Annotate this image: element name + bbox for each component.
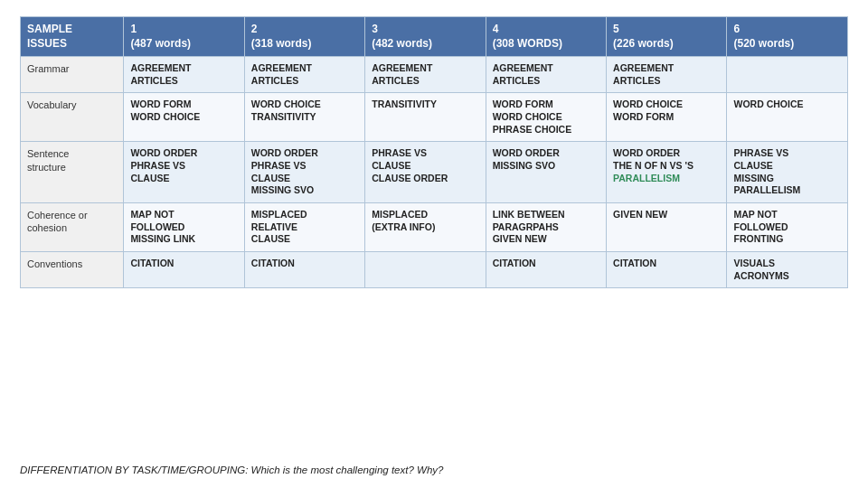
data-cell-r1-c1: WORD CHOICETRANSITIVITY: [244, 93, 364, 142]
data-cell-r2-c1: WORD ORDERPHRASE VSCLAUSEMISSING SVO: [244, 142, 364, 203]
data-cell-r4-c5: VISUALSACRONYMS: [727, 251, 848, 287]
data-cell-r3-c3: LINK BETWEENPARAGRPAHSGIVEN NEW: [486, 202, 606, 251]
header-cell-col5: 5(226 words): [607, 17, 727, 57]
data-cell-r2-c3: WORD ORDERMISSING SVO: [486, 142, 606, 203]
data-cell-r0-c3: AGREEMENTARTICLES: [486, 57, 606, 93]
data-cell-r1-c0: WORD FORMWORD CHOICE: [124, 93, 244, 142]
header-cell-col6: 6(520 words): [727, 17, 848, 57]
data-cell-r4-c2: [365, 251, 486, 287]
table-row: ConventionsCITATIONCITATIONCITATIONCITAT…: [21, 251, 848, 287]
data-cell-r3-c2: MISPLACED(EXTRA INFO): [365, 202, 486, 251]
header-cell-col3: 3(482 words): [365, 17, 486, 57]
sample-issues-table: SAMPLEISSUES1(487 words)2(318 words)3(48…: [20, 16, 848, 288]
header-cell-col0: SAMPLEISSUES: [21, 17, 124, 57]
row-label-0: Grammar: [21, 57, 124, 93]
main-table-wrapper: SAMPLEISSUES1(487 words)2(318 words)3(48…: [20, 16, 848, 455]
table-row: GrammarAGREEMENTARTICLESAGREEMENTARTICLE…: [21, 57, 848, 93]
table-row: VocabularyWORD FORMWORD CHOICEWORD CHOIC…: [21, 93, 848, 142]
data-cell-r4-c4: CITATION: [607, 251, 727, 287]
data-cell-r2-c0: WORD ORDERPHRASE VSCLAUSE: [124, 142, 244, 203]
data-cell-r2-c2: PHRASE VSCLAUSECLAUSE ORDER: [365, 142, 486, 203]
table-row: SentencestructureWORD ORDERPHRASE VSCLAU…: [21, 142, 848, 203]
data-cell-r4-c3: CITATION: [486, 251, 606, 287]
data-cell-r0-c2: AGREEMENTARTICLES: [365, 57, 486, 93]
header-cell-col2: 2(318 words): [244, 17, 364, 57]
data-cell-r0-c1: AGREEMENTARTICLES: [244, 57, 364, 93]
header-cell-col4: 4(308 WORDS): [486, 17, 606, 57]
data-cell-r0-c4: AGREEMENTARTICLES: [607, 57, 727, 93]
data-cell-r0-c0: AGREEMENTARTICLES: [124, 57, 244, 93]
row-label-4: Conventions: [21, 251, 124, 287]
data-cell-r2-c5: PHRASE VSCLAUSEMISSINGPARALLELISM: [727, 142, 848, 203]
table-row: Coherence orcohesionMAP NOTFOLLOWEDMISSI…: [21, 202, 848, 251]
data-cell-r4-c0: CITATION: [124, 251, 244, 287]
data-cell-r0-c5: [727, 57, 848, 93]
data-cell-r3-c5: MAP NOTFOLLOWEDFRONTING: [727, 202, 848, 251]
data-cell-r3-c4: GIVEN NEW: [607, 202, 727, 251]
parallelism-text: PARALLELISM: [613, 173, 680, 183]
data-cell-r1-c2: TRANSITIVITY: [365, 93, 486, 142]
data-cell-r2-c4: WORD ORDERThe n of n vs 'sPARALLELISM: [607, 142, 727, 203]
data-cell-r3-c1: MISPLACEDRELATIVECLAUSE: [244, 202, 364, 251]
footer-text: DIFFERENTIATION BY TASK/TIME/GROUPING: W…: [20, 465, 848, 475]
header-cell-col1: 1(487 words): [124, 17, 244, 57]
data-cell-r1-c5: WORD CHOICE: [727, 93, 848, 142]
data-cell-r1-c4: WORD CHOICEWORD FORM: [607, 93, 727, 142]
data-cell-r4-c1: CITATION: [244, 251, 364, 287]
row-label-3: Coherence orcohesion: [21, 202, 124, 251]
row-label-2: Sentencestructure: [21, 142, 124, 203]
row-label-1: Vocabulary: [21, 93, 124, 142]
data-cell-r3-c0: MAP NOTFOLLOWEDMISSING LINK: [124, 202, 244, 251]
data-cell-r1-c3: WORD FORMWORD CHOICEPHRASE CHOICE: [486, 93, 606, 142]
